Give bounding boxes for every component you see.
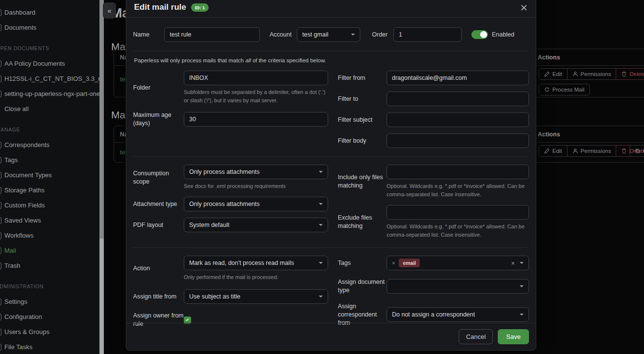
consumption-scope-select[interactable]: Only process attachments — [184, 165, 328, 179]
scrollbar-thumb[interactable] — [99, 239, 104, 354]
attachment-type-select[interactable]: Only process attachments — [184, 197, 328, 211]
actions-column-header: Actions — [538, 131, 560, 138]
storage-paths-icon — [0, 187, 1, 194]
enabled-toggle[interactable] — [471, 30, 488, 39]
workflows-icon — [0, 232, 1, 239]
sidebar-scrollbar[interactable] — [99, 0, 104, 354]
clear-tags-icon[interactable]: × — [511, 260, 515, 267]
consumption-scope-label: Consumption scope — [133, 169, 184, 186]
pdf-layout-field: PDF layout System default — [133, 218, 328, 232]
include-files-input[interactable] — [387, 165, 529, 179]
sidebar-item-label: Document Types — [4, 171, 52, 179]
sidebar-item-configuration[interactable]: Configuration — [0, 309, 99, 324]
close-icon[interactable]: × — [520, 2, 528, 12]
filter-from-input[interactable] — [387, 71, 529, 85]
tags-select[interactable]: × email × — [387, 256, 529, 270]
sidebar-item-label: AA Policy Documents — [4, 60, 65, 67]
pdf-layout-select[interactable]: System default — [184, 218, 328, 232]
sidebar-item-aa-policy-documents[interactable]: AA Policy Documents — [0, 56, 99, 71]
save-button[interactable]: Save — [498, 329, 529, 344]
sidebar-collapse-button[interactable]: « — [103, 2, 116, 19]
process-mail-button[interactable]: Process Mail — [539, 84, 590, 95]
edit-button[interactable]: Edit — [539, 145, 567, 157]
folder-input[interactable] — [184, 71, 328, 85]
sidebar-item-workflows[interactable]: Workflows — [0, 228, 99, 243]
account-label: Account — [270, 31, 297, 39]
sidebar-item-label: Dashboard — [4, 9, 36, 16]
delete-button[interactable]: Delete — [616, 68, 644, 80]
name-label: Name — [133, 31, 164, 39]
sidebar-item-label: Configuration — [4, 313, 42, 320]
copy-button[interactable]: Copy — [629, 145, 644, 157]
sidebar-item-saved-views[interactable]: Saved Views — [0, 213, 99, 228]
sidebar-item-label: H12SSL-i_C_CT_NT_BIOS_3.3_rele... — [4, 75, 99, 82]
sidebar-item-setting-up-paperless[interactable]: setting-up-paperless-ngx-part-one — [0, 86, 99, 101]
account-select[interactable]: test gmail — [297, 27, 360, 42]
sidebar-item-users-groups[interactable]: Users & Groups — [0, 324, 99, 339]
sidebar-item-trash[interactable]: Trash — [0, 258, 99, 273]
sidebar-item-label: Mail — [4, 247, 16, 254]
remove-tag-icon[interactable]: × — [392, 260, 395, 266]
sidebar-item-documents[interactable]: Documents — [0, 20, 99, 35]
copy-icon — [635, 148, 641, 154]
include-files-field: Include only files matching Optional. Wi… — [338, 165, 529, 199]
caret-down-icon — [319, 224, 323, 226]
sidebar-item-h12ssl-doc[interactable]: H12SSL-i_C_CT_NT_BIOS_3.3_rele... — [0, 71, 99, 86]
cancel-button[interactable]: Cancel — [459, 329, 493, 344]
scope-section: Consumption scope Only process attachmen… — [133, 165, 529, 248]
actions-column-header: Actions — [538, 54, 560, 61]
collapse-chevron-icon: « — [108, 7, 112, 15]
sidebar-item-tags[interactable]: Tags — [0, 152, 99, 168]
id-badge: ID: 1 — [191, 3, 209, 12]
caret-down-icon — [319, 203, 323, 205]
filter-to-input[interactable] — [387, 92, 529, 106]
sidebar-section-open-documents: OPEN DOCUMENTS — [0, 45, 99, 52]
permissions-button[interactable]: Permissions — [567, 68, 617, 80]
tag-chip: email — [399, 259, 420, 267]
assign-title-select[interactable]: Use subject as title — [184, 289, 328, 304]
sidebar-item-correspondents[interactable]: Correspondents — [0, 137, 99, 152]
sidebar-item-file-tasks[interactable]: File Tasks — [0, 339, 99, 354]
sidebar-item-storage-paths[interactable]: Storage Paths — [0, 183, 99, 198]
person-icon — [572, 71, 578, 77]
tags-icon — [0, 157, 1, 164]
name-input[interactable] — [164, 27, 260, 42]
consumption-scope-hint: See docs for .eml processing requirement… — [184, 182, 328, 190]
filter-subject-input[interactable] — [387, 112, 529, 127]
sidebar-item-mail[interactable]: Mail — [0, 243, 99, 258]
filter-body-field: Filter body — [338, 133, 529, 148]
sidebar-item-dashboard[interactable]: Dashboard — [0, 5, 99, 20]
settings-icon — [0, 298, 1, 305]
sidebar-item-label: Custom Fields — [4, 202, 45, 209]
filter-body-input[interactable] — [387, 133, 529, 148]
exclude-files-input[interactable] — [387, 205, 529, 220]
sidebar-item-label: File Tasks — [4, 343, 33, 351]
action-select[interactable]: Mark as read, don't process read mails — [184, 256, 328, 270]
attachment-type-label: Attachment type — [133, 200, 184, 208]
edit-button[interactable]: Edit — [539, 68, 567, 80]
filter-from-label: Filter from — [338, 74, 387, 82]
permissions-button[interactable]: Permissions — [567, 145, 617, 157]
enabled-label: Enabled — [492, 31, 514, 39]
sidebar-item-label: Documents — [4, 24, 37, 31]
criteria-note: Paperless will only process mails that m… — [134, 57, 528, 63]
correspondents-icon — [0, 142, 1, 149]
max-age-label: Maximum age (days) — [133, 111, 184, 128]
caret-down-icon — [319, 296, 323, 298]
pencil-icon — [544, 71, 550, 77]
filter-to-label: Filter to — [338, 95, 387, 103]
order-input[interactable] — [393, 27, 462, 42]
assign-title-label: Assign title from — [133, 293, 184, 301]
action-hint: Only performed if the mail is processed. — [184, 273, 328, 281]
max-age-input[interactable] — [184, 112, 328, 127]
sidebar-item-close-all[interactable]: Close all — [0, 101, 99, 116]
assign-doc-type-select[interactable] — [387, 279, 529, 294]
order-label: Order — [372, 31, 393, 39]
sidebar-item-custom-fields[interactable]: Custom Fields — [0, 198, 99, 213]
sidebar-item-settings[interactable]: Settings — [0, 294, 99, 309]
attachment-type-field: Attachment type Only process attachments — [133, 197, 328, 211]
sidebar-item-document-types[interactable]: Document Types — [0, 168, 99, 183]
assign-correspondent-select[interactable]: Do not assign a correspondent — [387, 307, 529, 322]
action-field: Action Mark as read, don't process read … — [133, 256, 328, 281]
edit-mail-rule-dialog: Edit mail rule ID: 1 × Name Account test… — [126, 0, 536, 351]
